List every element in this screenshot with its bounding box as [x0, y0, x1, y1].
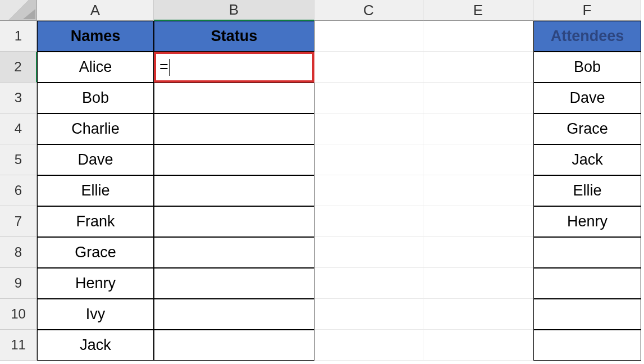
cell-b5[interactable] [154, 144, 314, 175]
cell-b1[interactable]: Status [154, 21, 314, 52]
cell-b10[interactable] [154, 299, 314, 330]
spreadsheet-grid: A B C E F 1 Names Status Attendees 2 Ali… [0, 0, 644, 361]
cell-a4[interactable]: Charlie [37, 113, 154, 144]
cell-f8[interactable] [533, 237, 641, 268]
cell-c1[interactable] [314, 21, 423, 52]
cell-f1[interactable]: Attendees [533, 21, 641, 52]
cell-f2[interactable]: Bob [533, 52, 641, 83]
cell-e1[interactable] [423, 21, 533, 52]
cell-e9[interactable] [423, 268, 533, 299]
cell-f7[interactable]: Henry [533, 206, 641, 237]
cell-f5[interactable]: Jack [533, 144, 641, 175]
row-header-1[interactable]: 1 [0, 21, 37, 52]
cell-a2[interactable]: Alice [37, 52, 154, 83]
row-header-6[interactable]: 6 [0, 175, 37, 206]
row-header-8[interactable]: 8 [0, 237, 37, 268]
cell-b4[interactable] [154, 113, 314, 144]
cell-a8[interactable]: Grace [37, 237, 154, 268]
cell-f11[interactable] [533, 330, 641, 361]
cell-c2[interactable] [314, 52, 423, 83]
cell-b3[interactable] [154, 83, 314, 113]
cell-c11[interactable] [314, 330, 423, 361]
cell-a3[interactable]: Bob [37, 83, 154, 113]
col-header-c[interactable]: C [314, 0, 423, 21]
cell-a1[interactable]: Names [37, 21, 154, 52]
cell-e3[interactable] [423, 83, 533, 113]
col-header-b[interactable]: B [154, 0, 314, 21]
cell-c8[interactable] [314, 237, 423, 268]
cell-e8[interactable] [423, 237, 533, 268]
cell-e4[interactable] [423, 113, 533, 144]
cell-b2[interactable]: = [154, 52, 314, 83]
cell-f6[interactable]: Ellie [533, 175, 641, 206]
cell-f4[interactable]: Grace [533, 113, 641, 144]
cell-a6[interactable]: Ellie [37, 175, 154, 206]
row-header-4[interactable]: 4 [0, 113, 37, 144]
cell-b6[interactable] [154, 175, 314, 206]
col-header-f[interactable]: F [533, 0, 641, 21]
cell-a5[interactable]: Dave [37, 144, 154, 175]
cell-a11[interactable]: Jack [37, 330, 154, 361]
cell-b11[interactable] [154, 330, 314, 361]
cell-a7[interactable]: Frank [37, 206, 154, 237]
cell-c3[interactable] [314, 83, 423, 113]
cell-c4[interactable] [314, 113, 423, 144]
cell-f10[interactable] [533, 299, 641, 330]
cell-b9[interactable] [154, 268, 314, 299]
cell-e11[interactable] [423, 330, 533, 361]
cell-a10[interactable]: Ivy [37, 299, 154, 330]
row-header-7[interactable]: 7 [0, 206, 37, 237]
cell-c5[interactable] [314, 144, 423, 175]
row-header-10[interactable]: 10 [0, 299, 37, 330]
cell-editor-text[interactable]: = [159, 58, 170, 76]
col-header-e[interactable]: E [423, 0, 533, 21]
cell-e7[interactable] [423, 206, 533, 237]
cell-c9[interactable] [314, 268, 423, 299]
select-all-corner[interactable] [0, 0, 37, 21]
row-header-9[interactable]: 9 [0, 268, 37, 299]
row-header-5[interactable]: 5 [0, 144, 37, 175]
cell-e10[interactable] [423, 299, 533, 330]
cell-f9[interactable] [533, 268, 641, 299]
col-header-a[interactable]: A [37, 0, 154, 21]
cell-e5[interactable] [423, 144, 533, 175]
cell-b8[interactable] [154, 237, 314, 268]
row-header-3[interactable]: 3 [0, 83, 37, 113]
cell-e6[interactable] [423, 175, 533, 206]
cell-f3[interactable]: Dave [533, 83, 641, 113]
cell-a9[interactable]: Henry [37, 268, 154, 299]
cell-b7[interactable] [154, 206, 314, 237]
row-header-2[interactable]: 2 [0, 52, 37, 83]
cell-c7[interactable] [314, 206, 423, 237]
cell-e2[interactable] [423, 52, 533, 83]
cell-c10[interactable] [314, 299, 423, 330]
cell-c6[interactable] [314, 175, 423, 206]
row-header-11[interactable]: 11 [0, 330, 37, 361]
